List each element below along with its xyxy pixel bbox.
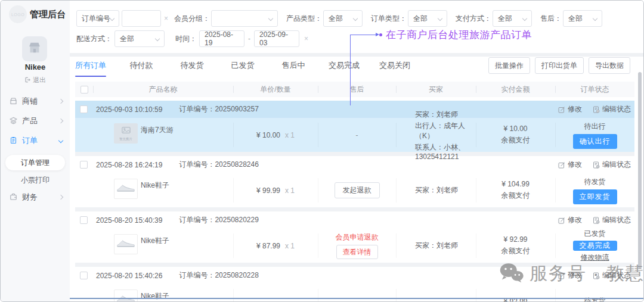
- row-checkbox[interactable]: [80, 105, 88, 113]
- tab-aftersale[interactable]: 售后中: [278, 57, 309, 76]
- tab-pending-payment[interactable]: 待付款: [126, 57, 157, 76]
- buyer-line: 买家：刘老师: [415, 241, 476, 251]
- modify-link[interactable]: 修改: [558, 104, 582, 114]
- delivery-select[interactable]: 全部: [114, 30, 165, 47]
- search-field-select[interactable]: 订单编号: [76, 10, 119, 27]
- date-to-input[interactable]: 2025-09-03: [254, 30, 299, 47]
- sidebar-item-finance[interactable]: 财务: [1, 187, 70, 207]
- member-group-select[interactable]: [211, 10, 278, 27]
- status-cell: 待出行确认出行: [555, 118, 634, 152]
- product-image: [114, 234, 138, 254]
- order-status-tabs: 所有订单 待付款 待发货 已发货 售后中 交易完成 交易关闭: [75, 57, 430, 76]
- tab-closed[interactable]: 交易关闭: [379, 57, 410, 76]
- modify-label: 修改: [568, 104, 582, 114]
- order-date: 2025-08-28 16:24:19: [96, 161, 162, 169]
- edit-status-link[interactable]: 编辑状态: [593, 160, 631, 170]
- edit-status-link[interactable]: 编辑状态: [593, 104, 631, 114]
- order-body-row: Nike鞋子¥ 99.99x 1发起退款买家：刘老师¥ 104.99余额支付待发…: [75, 173, 634, 207]
- order-number: 订单编号：20250903257: [179, 104, 258, 114]
- payment-info: ¥ 92.99余额支付: [476, 229, 555, 263]
- status-content: 已发货交易完成修改物流: [555, 229, 634, 263]
- modify-logistics-link[interactable]: 修改物流: [581, 253, 609, 263]
- order-body-row: Nike鞋子¥ 92.99待发货: [75, 284, 634, 302]
- tab-pending-shipment[interactable]: 待发货: [177, 57, 208, 76]
- tab-completed[interactable]: 交易完成: [329, 57, 360, 76]
- quantity: x 1: [285, 186, 295, 195]
- row-checkbox[interactable]: [80, 272, 88, 279]
- buyer-line: 买家：刘老师: [415, 185, 476, 195]
- edit-status-link[interactable]: 编辑状态: [593, 270, 631, 281]
- price-qty-cell: ¥ 87.99x 1: [233, 229, 318, 263]
- order-meta-row: 2025-09-03 10:10:59订单编号：20250903257修改编辑状…: [75, 101, 634, 118]
- price-qty: ¥ 10.00x 1: [233, 118, 318, 152]
- price-qty: ¥ 99.99x 1: [233, 173, 318, 207]
- sidebar-subitem-receipt-print[interactable]: 小票打印: [1, 173, 70, 187]
- status-action-button[interactable]: 确认出行: [573, 134, 617, 149]
- batch-actions-button[interactable]: 批量操作: [488, 57, 530, 74]
- refund-request-alert: 会员申请退款: [336, 232, 379, 242]
- buyer-info: 买家：刘老师: [396, 229, 476, 263]
- row-checkbox[interactable]: [80, 161, 88, 169]
- modify-link[interactable]: 修改: [558, 160, 582, 170]
- column-header-aftersale: 售后: [318, 82, 396, 97]
- view-details-button[interactable]: 查看详情: [336, 245, 378, 259]
- date-from-input[interactable]: 2025-08-19: [199, 30, 244, 47]
- pay-method-select[interactable]: 全部: [493, 10, 532, 27]
- chevron-down-icon: [593, 16, 597, 21]
- edit-status-link[interactable]: 编辑状态: [593, 215, 631, 225]
- order-meta-row: 2025-08-28 16:24:19订单编号：20250828246修改编辑状…: [75, 156, 634, 173]
- chevron-down-icon: [58, 138, 63, 142]
- time-label: 时间：: [175, 34, 197, 44]
- status-action-button[interactable]: 立即发货: [573, 189, 617, 204]
- delivery-label: 配送方式：: [76, 34, 112, 44]
- modify-link[interactable]: 修改: [558, 215, 582, 225]
- status-action-button[interactable]: 交易完成: [573, 241, 617, 251]
- tab-all-orders[interactable]: 所有订单: [75, 57, 106, 76]
- chevron-right-icon: [58, 194, 63, 199]
- buyer-line: 买家：刘老师: [415, 110, 476, 120]
- edit-status-label: 编辑状态: [602, 270, 631, 281]
- select-all-checkbox[interactable]: [80, 86, 88, 94]
- row-divider: [75, 207, 634, 211]
- order-type-select[interactable]: 全部: [408, 10, 447, 27]
- modify-link[interactable]: 修改: [558, 270, 582, 281]
- order-meta-row: 2025-08-20 15:40:26订单编号：20250820228修改编辑状…: [75, 267, 634, 284]
- buyer-cell: [396, 284, 476, 302]
- status-content: 待发货: [555, 284, 634, 302]
- table-header: 产品名称 单价/数量 售后 买家 实付金额 订单状态: [75, 82, 634, 97]
- print-shipping-list-button[interactable]: 打印出货单: [535, 57, 584, 74]
- filter-bar-row1: 订单编号 × 会员分组： 产品类型： 全部 订单类型： 全部 支付方式： 全部 …: [76, 10, 602, 27]
- status-content: 待出行确认出行: [555, 118, 634, 152]
- logout-button[interactable]: 退出: [1, 76, 70, 85]
- tab-shipped[interactable]: 已发货: [227, 57, 258, 76]
- export-data-button[interactable]: 导出数据: [589, 57, 630, 74]
- product-cell: 暂无图片海南7天游: [93, 118, 233, 152]
- order-row: 2025-09-03 10:10:59订单编号：20250903257修改编辑状…: [75, 101, 634, 152]
- clear-date-icon[interactable]: ×: [304, 35, 308, 43]
- aftersale-select[interactable]: 全部: [563, 10, 602, 27]
- payment-info: ¥ 92.99: [476, 284, 555, 302]
- sidebar-item-orders[interactable]: 订单: [1, 130, 70, 150]
- row-checkbox[interactable]: [80, 216, 88, 224]
- vertical-scrollbar[interactable]: [638, 72, 642, 269]
- buyer-info: 买家：刘老师出行人：成年人（K）联系人：小林、13025412121: [396, 118, 476, 152]
- product-type-select[interactable]: 全部: [323, 10, 363, 27]
- buyer-info: 买家：刘老师: [396, 173, 476, 207]
- order-number-input[interactable]: [122, 10, 161, 27]
- order-type-label: 订单类型：: [371, 14, 407, 24]
- sidebar-item-products[interactable]: 产品: [1, 111, 70, 130]
- product-cell: Nike鞋子: [93, 173, 233, 207]
- order-number: 订单编号：20250820229: [179, 215, 258, 225]
- sidebar-item-shop[interactable]: 商铺: [1, 91, 70, 111]
- clear-keyword-icon[interactable]: ×: [164, 14, 168, 23]
- storefront-icon: [26, 39, 44, 59]
- member-group-label: 会员分组：: [174, 14, 210, 24]
- buyer-cell: 买家：刘老师出行人：成年人（K）联系人：小林、13025412121: [396, 118, 476, 152]
- paid-amount: ¥ 92.99: [503, 235, 527, 244]
- order-date: 2025-08-20 15:40:26: [96, 272, 162, 280]
- order-row-actions: 修改编辑状态: [558, 101, 631, 118]
- sidebar-subitem-order-management[interactable]: 订单管理: [5, 155, 65, 170]
- edit-status-label: 编辑状态: [602, 215, 631, 225]
- store-avatar: [22, 36, 47, 61]
- initiate-refund-button[interactable]: 发起退款: [335, 182, 380, 198]
